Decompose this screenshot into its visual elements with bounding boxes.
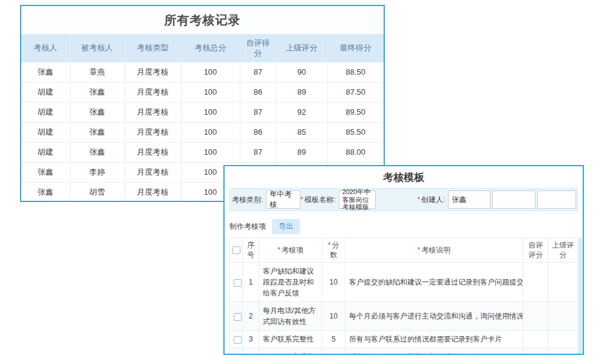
cell-final-score: 88.50 xyxy=(327,62,384,82)
row-checkbox[interactable] xyxy=(234,279,242,287)
cell-assessor: 张鑫 xyxy=(21,182,70,202)
items-table-body: 1 客户缺陷和建议跟踪是否及时和给客户反馈 10 客户提交的缺陷和建议一定要通过… xyxy=(230,263,578,355)
template-form-row: 考核类别: 年中考核 *模板名称: 2020年中客服岗位考核模版 *创建人: 张… xyxy=(229,188,578,211)
item-row: 3 客户联系完整性 5 所有与客户联系过的情况都需要记录到客户卡片 xyxy=(230,331,578,348)
cell-self-rating xyxy=(523,263,549,302)
cell-assessee: 张鑫 xyxy=(70,122,124,142)
cell-assessor: 张鑫 xyxy=(21,62,70,82)
cell-assessee: 胡雪 xyxy=(70,182,124,202)
row-select-cell xyxy=(230,302,243,331)
cell-superior-score: 89 xyxy=(276,82,327,102)
col-desc: *考核说明 xyxy=(345,238,523,263)
cell-item: 客户联系完整性 xyxy=(259,331,322,348)
items-toolbar: 制作考核项 导出 xyxy=(229,219,578,234)
cell-superior-rating xyxy=(549,263,578,302)
cell-superior-score: 92 xyxy=(276,102,327,122)
cell-score: 10 xyxy=(322,263,345,302)
col-item: *考核项 xyxy=(259,238,322,263)
item-row: 2 每月电话/其他方式回访有效性 10 每个月必须与客户进行主动交流和沟通，询问… xyxy=(230,302,578,331)
record-row: 胡建 张鑫 月度考核 100 87 89 88.00 xyxy=(21,142,384,162)
cell-assessee: 张鑫 xyxy=(70,82,124,102)
items-table: 序号 *考核项 *分数 *考核说明 自评评分 上级评分 1 客户缺陷和建议跟踪是… xyxy=(229,238,578,355)
select-all-cell xyxy=(230,238,243,263)
required-mark: * xyxy=(277,246,280,254)
empty-field-1[interactable] xyxy=(492,190,535,209)
cell-assessee: 张鑫 xyxy=(70,102,124,122)
table-scrollbar[interactable] xyxy=(578,238,582,355)
records-header-row: 考核人 被考核人 考核类型 考核总分 自评得分 上级评分 最终得分 xyxy=(21,35,384,62)
select-all-checkbox[interactable] xyxy=(232,246,240,254)
record-row: 张鑫 章燕 月度考核 100 87 90 88.50 xyxy=(21,62,384,82)
cell-superior-rating xyxy=(549,348,578,355)
items-table-wrap: 序号 *考核项 *分数 *考核说明 自评评分 上级评分 1 客户缺陷和建议跟踪是… xyxy=(229,238,578,355)
col-self-rating: 自评评分 xyxy=(523,238,549,263)
row-checkbox[interactable] xyxy=(234,313,242,321)
cell-assessee: 张鑫 xyxy=(70,142,124,162)
cell-self-score: 86 xyxy=(240,82,276,102)
col-superior-score: 上级评分 xyxy=(276,35,327,62)
creator-field[interactable]: 张鑫 xyxy=(448,190,490,209)
required-mark: * xyxy=(300,195,304,204)
cell-assessor: 胡建 xyxy=(21,102,70,122)
cell-total-score: 100 xyxy=(181,62,240,82)
category-field[interactable]: 年中考核 xyxy=(266,190,300,209)
cell-seq: 1 xyxy=(243,263,259,302)
items-section-label: 制作考核项 xyxy=(229,221,266,232)
cell-type: 月度考核 xyxy=(124,82,181,102)
item-row: 4 团队收款完成率 70 以实际收到的款项为基，并不以有效回款 xyxy=(230,348,578,355)
cell-final-score: 87.50 xyxy=(327,82,384,102)
row-select-cell xyxy=(230,331,243,348)
col-seq: 序号 xyxy=(243,238,259,263)
empty-field-2[interactable] xyxy=(537,190,576,209)
cell-score: 5 xyxy=(322,331,345,348)
cell-assessor: 胡建 xyxy=(21,122,70,142)
col-superior-rating: 上级评分 xyxy=(549,238,578,263)
cell-superior-score: 90 xyxy=(276,62,327,82)
cell-type: 月度考核 xyxy=(124,122,181,142)
row-checkbox[interactable] xyxy=(234,336,242,344)
category-label: 考核类别: xyxy=(231,195,266,205)
record-row: 胡建 张鑫 月度考核 100 87 92 89.50 xyxy=(21,102,384,122)
required-mark: * xyxy=(417,195,420,204)
required-mark: * xyxy=(328,241,331,249)
cell-desc: 每个月必须与客户进行主动交流和沟通，询问使用情况等 xyxy=(345,302,523,331)
creator-label: *创建人: xyxy=(376,195,448,205)
cell-assessor: 胡建 xyxy=(21,82,70,102)
cell-item: 团队收款完成率 xyxy=(259,348,322,355)
cell-type: 月度考核 xyxy=(124,162,181,182)
cell-total-score: 100 xyxy=(181,142,240,162)
cell-assessee: 李婷 xyxy=(70,162,124,182)
item-row: 1 客户缺陷和建议跟踪是否及时和给客户反馈 10 客户提交的缺陷和建议一定要通过… xyxy=(230,263,578,302)
cell-self-rating xyxy=(523,331,549,348)
cell-type: 月度考核 xyxy=(124,142,181,162)
cell-score: 70 xyxy=(322,348,345,355)
cell-assessee: 章燕 xyxy=(70,62,124,82)
cell-desc: 客户提交的缺陷和建议一定要通过记录到客户问题提交列表 xyxy=(345,263,523,302)
cell-type: 月度考核 xyxy=(124,62,181,82)
cell-total-score: 100 xyxy=(181,82,240,102)
row-select-cell xyxy=(230,348,243,355)
cell-total-score: 100 xyxy=(181,102,240,122)
template-panel-title: 考核模板 xyxy=(229,166,578,188)
cell-desc: 以实际收到的款项为基，并不以有效回款 xyxy=(345,348,523,355)
cell-final-score: 88.00 xyxy=(327,142,384,162)
col-score: *分数 xyxy=(322,238,345,263)
cell-superior-rating xyxy=(549,331,578,348)
template-name-field[interactable]: 2020年中客服岗位考核模版 xyxy=(339,190,376,209)
export-button[interactable]: 导出 xyxy=(272,219,300,234)
cell-self-score: 87 xyxy=(240,102,276,122)
cell-superior-score: 85 xyxy=(276,122,327,142)
cell-type: 月度考核 xyxy=(124,182,181,202)
cell-self-score: 87 xyxy=(240,142,276,162)
row-checkbox[interactable] xyxy=(234,354,242,355)
required-mark: * xyxy=(418,246,421,254)
record-row: 胡建 张鑫 月度考核 100 86 85 85.50 xyxy=(21,122,384,142)
cell-self-rating xyxy=(523,302,549,331)
cell-self-score: 86 xyxy=(240,122,276,142)
cell-score: 10 xyxy=(322,302,345,331)
col-assessor: 考核人 xyxy=(21,35,70,62)
col-type: 考核类型 xyxy=(124,35,181,62)
cell-assessor: 胡建 xyxy=(21,142,70,162)
cell-item: 客户缺陷和建议跟踪是否及时和给客户反馈 xyxy=(259,263,322,302)
items-header-row: 序号 *考核项 *分数 *考核说明 自评评分 上级评分 xyxy=(230,238,578,263)
